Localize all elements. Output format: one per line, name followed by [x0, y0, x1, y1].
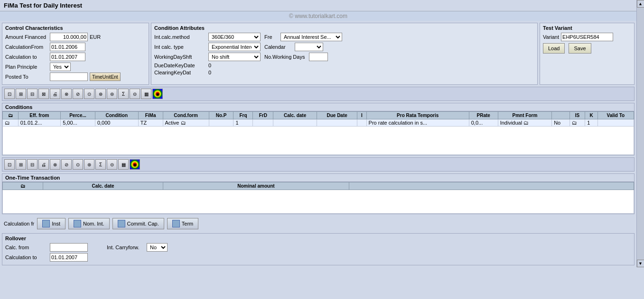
col-cond-form: Cond.form: [163, 112, 209, 119]
calculation-from-input[interactable]: [50, 43, 85, 51]
toolbar2-btn6[interactable]: ⊘: [61, 159, 72, 170]
variant-row: Variant: [543, 33, 631, 41]
toolbar2-btn4[interactable]: 🖨: [38, 159, 49, 170]
toolbar2-btn9[interactable]: Σ: [95, 159, 106, 170]
amount-financed-row: Amount Financed EUR: [5, 33, 146, 41]
no-working-days-input[interactable]: [309, 53, 328, 61]
toolbar2-btn5[interactable]: ⊗: [50, 159, 60, 170]
rollover-calc-to-input[interactable]: [50, 253, 88, 262]
toolbar1-btn13[interactable]: ▦: [141, 89, 151, 99]
scroll-down[interactable]: ▼: [637, 260, 644, 267]
top-panels: Control Characteristics Amount Financed …: [2, 23, 635, 85]
one-time-transaction-title: One-Time Transaction: [2, 174, 634, 181]
toolbar1-btn10[interactable]: ⊜: [107, 89, 117, 99]
scroll-up[interactable]: ▲: [637, 0, 644, 8]
condition-top-row: Int.calc.method 360E/360 30/360 act/360 …: [154, 33, 534, 77]
row-valid-to: [597, 119, 634, 127]
toolbar2-btn3[interactable]: ⊟: [27, 159, 37, 170]
row-frd: [253, 119, 273, 127]
toolbar1: ⊡ ⊞ ⊟ ⊠ 🖨 ⊗ ⊘ ⊙ ⊛ ⊜ Σ ⊝ ▦ ◉: [2, 87, 635, 101]
one-time-table-container: 🗂 Calc. date Nominal amount: [2, 181, 634, 214]
save-button[interactable]: Save: [569, 43, 591, 54]
toolbar1-btn7[interactable]: ⊘: [73, 89, 83, 99]
calculation-to-input[interactable]: [50, 53, 85, 61]
commit-cap-button[interactable]: Commit. Cap.: [112, 218, 164, 229]
toolbar1-btn12[interactable]: ⊝: [130, 89, 140, 99]
toolbar1-btn9[interactable]: ⊛: [95, 89, 106, 99]
rollover-calc-from-input[interactable]: [50, 243, 88, 252]
int-calc-type-select[interactable]: Exponential Interes...: [208, 43, 261, 51]
toolbar1-btn2[interactable]: ⊞: [16, 89, 26, 99]
toolbar1-btn14[interactable]: ◉: [152, 89, 163, 99]
posted-to-label: Posted To: [5, 74, 48, 80]
col-valid-to: Valid To: [597, 112, 634, 119]
rollover-calc-to-label: Calculation to: [5, 254, 48, 260]
ot-empty-row: [3, 190, 634, 214]
fre-select[interactable]: Annual Interest Se... Monthly Quarterly: [280, 33, 342, 41]
toolbar1-btn6[interactable]: ⊗: [61, 89, 72, 99]
col-fima: FiMa: [138, 112, 163, 119]
inst-button[interactable]: Inst: [37, 218, 65, 229]
rollover-left: Calc. from Calculation to: [5, 243, 88, 263]
toolbar2-btn8[interactable]: ⊛: [84, 159, 94, 170]
conditions-header-row: 🗂 Eff. from Perce... Condition FiMa Cond…: [3, 112, 634, 119]
int-carryforw-select[interactable]: No Yes: [147, 243, 168, 252]
col-perce: Perce...: [61, 112, 95, 119]
toolbar2-btn12[interactable]: ◉: [130, 159, 140, 170]
toolbar1-btn1[interactable]: ⊡: [4, 89, 15, 99]
col-frq: Frq: [233, 112, 253, 119]
working-day-shft-select[interactable]: No shift Forward Backward: [208, 53, 261, 61]
empty-row: [3, 127, 634, 155]
one-time-header-row: 🗂 Calc. date Nominal amount: [3, 182, 634, 190]
no-working-days-row: No.Working Days: [264, 53, 342, 61]
col-nop: No.P: [209, 112, 233, 119]
toolbar1-btn3[interactable]: ⊟: [27, 89, 37, 99]
conditions-table: 🗂 Eff. from Perce... Condition FiMa Cond…: [2, 111, 634, 155]
int-carryforw-row: Int. Carryforw. No Yes: [107, 243, 168, 252]
posted-to-input[interactable]: [50, 72, 88, 81]
row-k: 1: [585, 119, 597, 127]
int-calc-method-select[interactable]: 360E/360 30/360 act/360: [208, 33, 261, 41]
rollover-panel: Rollover Calc. from Calculation to: [2, 233, 635, 265]
toolbar1-btn8[interactable]: ⊙: [84, 89, 94, 99]
term-button[interactable]: Term: [167, 218, 198, 229]
conditions-section: Conditions 🗂 Eff. from Perce... Conditio…: [2, 103, 635, 155]
nom-int-icon: [74, 220, 81, 227]
toolbar2-btn2[interactable]: ⊞: [16, 159, 26, 170]
no-working-days-label: No.Working Days: [264, 54, 307, 60]
bottom-buttons-row: Calculation fr Inst Nom. Int. Commit. Ca…: [2, 216, 635, 231]
working-day-shft-row: WorkingDayShft No shift Forward Backward: [154, 53, 261, 61]
time-unit-ent-button[interactable]: TimeUnitEnt: [90, 72, 121, 81]
one-time-transaction-section: One-Time Transaction 🗂 Calc. date Nomina…: [2, 173, 635, 214]
toolbar1-btn5[interactable]: 🖨: [50, 89, 60, 99]
toolbar2: ⊡ ⊞ ⊟ 🖨 ⊗ ⊘ ⊙ ⊛ Σ ⊝ ▦ ◉: [2, 157, 635, 172]
col-pro-rata: Pro Rata Temporis: [366, 112, 469, 119]
amount-financed-input[interactable]: [50, 33, 88, 41]
fre-label: Fre: [264, 34, 279, 40]
conditions-table-container: 🗂 Eff. from Perce... Condition FiMa Cond…: [2, 111, 634, 155]
scrollbar-right[interactable]: ▲ ▼: [636, 0, 644, 267]
toolbar2-btn11[interactable]: ▦: [118, 159, 129, 170]
col-calc-date: Calc. date: [273, 112, 317, 119]
toolbar2-btn7[interactable]: ⊙: [73, 159, 83, 170]
col-prate: PRate: [469, 112, 498, 119]
col-extra: [552, 112, 570, 119]
plan-principle-select[interactable]: Yes No: [50, 63, 71, 71]
variant-input[interactable]: [561, 33, 613, 41]
row-no: No: [552, 119, 570, 127]
row-condition: 0,000: [95, 119, 138, 127]
toolbar2-btn10[interactable]: ⊝: [107, 159, 117, 170]
col-pmnt-form: Pmnt Form: [498, 112, 551, 119]
nom-int-button[interactable]: Nom. Int.: [68, 218, 110, 229]
toolbar1-btn4[interactable]: ⊠: [38, 89, 49, 99]
ot-col-icon: 🗂: [3, 182, 43, 190]
toolbar2-btn1[interactable]: ⊡: [4, 159, 15, 170]
rollover-right: Int. Carryforw. No Yes: [107, 243, 168, 253]
calendar-select[interactable]: [295, 43, 323, 51]
page-wrapper: ▲ ▼ FiMa Test for Daily Interest © www.t…: [0, 0, 644, 267]
calendar-label: Calendar: [264, 44, 293, 50]
col-k: K: [585, 112, 597, 119]
load-button[interactable]: Load: [543, 43, 565, 54]
toolbar1-btn11[interactable]: Σ: [118, 89, 129, 99]
row-cond-form: Active 🗂: [163, 119, 209, 127]
